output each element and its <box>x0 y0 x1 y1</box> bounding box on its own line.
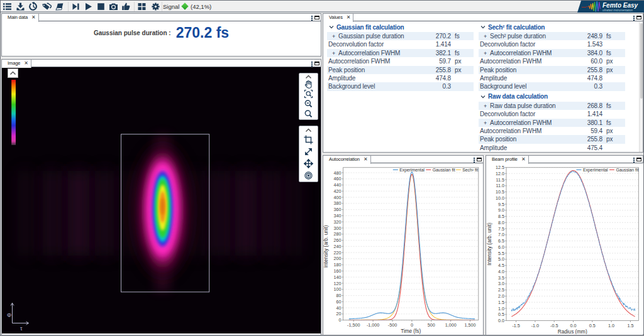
svg-text:100: 100 <box>334 286 341 292</box>
svg-text:7.5: 7.5 <box>498 226 504 232</box>
svg-text:1.5: 1.5 <box>627 323 633 328</box>
svg-text:200: 200 <box>334 256 341 261</box>
svg-text:400: 400 <box>334 195 341 200</box>
svg-text:8.5: 8.5 <box>498 214 504 219</box>
svg-text:80: 80 <box>336 293 341 298</box>
svg-text:220: 220 <box>334 250 341 256</box>
svg-text:-0.5: -0.5 <box>550 323 558 328</box>
svg-text:5.5: 5.5 <box>498 251 504 256</box>
svg-text:1.5: 1.5 <box>498 300 504 305</box>
svg-text:40: 40 <box>336 305 341 311</box>
svg-text:360: 360 <box>334 207 341 212</box>
svg-text:420: 420 <box>334 188 341 194</box>
svg-text:120: 120 <box>334 281 341 286</box>
svg-text:0.0: 0.0 <box>498 318 504 323</box>
svg-text:3.5: 3.5 <box>498 275 504 281</box>
svg-text:260: 260 <box>334 237 341 243</box>
svg-text:Time (fs): Time (fs) <box>401 328 421 334</box>
svg-text:Gaussian fit: Gaussian fit <box>616 168 638 172</box>
svg-text:240: 240 <box>334 244 341 249</box>
svg-text:10.0: 10.0 <box>496 195 504 201</box>
svg-text:9.5: 9.5 <box>498 202 504 207</box>
svg-text:8.0: 8.0 <box>498 220 504 225</box>
svg-text:0.5: 0.5 <box>589 323 596 328</box>
svg-text:7.0: 7.0 <box>498 232 504 237</box>
svg-text:11.5: 11.5 <box>496 177 504 183</box>
svg-text:-1.0: -1.0 <box>531 323 539 328</box>
svg-text:Experimental: Experimental <box>399 168 425 173</box>
svg-text:0: 0 <box>411 322 413 328</box>
svg-text:6.5: 6.5 <box>498 238 504 244</box>
svg-text:1.0: 1.0 <box>608 323 614 328</box>
svg-text:480: 480 <box>334 170 341 176</box>
svg-text:Intensity (arb. unit): Intensity (arb. unit) <box>487 222 492 265</box>
svg-text:280: 280 <box>334 231 341 237</box>
svg-text:6.0: 6.0 <box>498 244 504 250</box>
svg-text:0.0: 0.0 <box>570 323 577 328</box>
svg-text:12.5: 12.5 <box>496 165 504 170</box>
svg-text:320: 320 <box>334 219 341 225</box>
svg-text:160: 160 <box>334 268 341 274</box>
svg-text:Sech² fit: Sech² fit <box>462 168 478 172</box>
svg-text:1,500: 1,500 <box>465 322 476 328</box>
svg-text:4.5: 4.5 <box>498 263 504 268</box>
svg-text:0.5: 0.5 <box>498 312 504 317</box>
svg-text:τ: τ <box>20 325 23 332</box>
svg-text:-1.5: -1.5 <box>512 323 519 328</box>
svg-text:5.0: 5.0 <box>498 256 504 262</box>
svg-text:2.5: 2.5 <box>498 287 504 293</box>
svg-text:10.5: 10.5 <box>496 189 504 195</box>
svg-text:Φ: Φ <box>7 312 11 318</box>
svg-text:-500: -500 <box>388 322 397 328</box>
svg-text:4.0: 4.0 <box>498 269 504 274</box>
svg-text:12.0: 12.0 <box>496 171 504 176</box>
svg-text:2.0: 2.0 <box>498 293 504 299</box>
svg-text:9.0: 9.0 <box>498 207 504 213</box>
svg-text:1,000: 1,000 <box>445 322 457 328</box>
svg-text:Intensity (arb. unit): Intensity (arb. unit) <box>324 225 330 268</box>
svg-text:460: 460 <box>334 176 341 182</box>
svg-text:-1,500: -1,500 <box>347 322 360 328</box>
svg-text:Gaussian fit: Gaussian fit <box>433 168 455 172</box>
svg-text:0: 0 <box>339 317 341 323</box>
svg-text:Radius (mm): Radius (mm) <box>558 329 587 334</box>
svg-text:340: 340 <box>334 213 341 219</box>
svg-text:1.0: 1.0 <box>498 306 504 312</box>
svg-text:Experimental: Experimental <box>583 168 608 173</box>
svg-text:11.0: 11.0 <box>496 183 504 188</box>
svg-text:180: 180 <box>334 262 341 268</box>
svg-text:20: 20 <box>336 311 341 317</box>
svg-text:300: 300 <box>334 225 341 231</box>
svg-text:-1,000: -1,000 <box>367 322 379 328</box>
svg-text:380: 380 <box>334 200 341 206</box>
svg-text:500: 500 <box>428 322 435 328</box>
svg-text:3.0: 3.0 <box>498 281 504 286</box>
svg-text:60: 60 <box>336 299 341 305</box>
svg-text:140: 140 <box>334 274 341 280</box>
svg-text:440: 440 <box>334 182 341 188</box>
